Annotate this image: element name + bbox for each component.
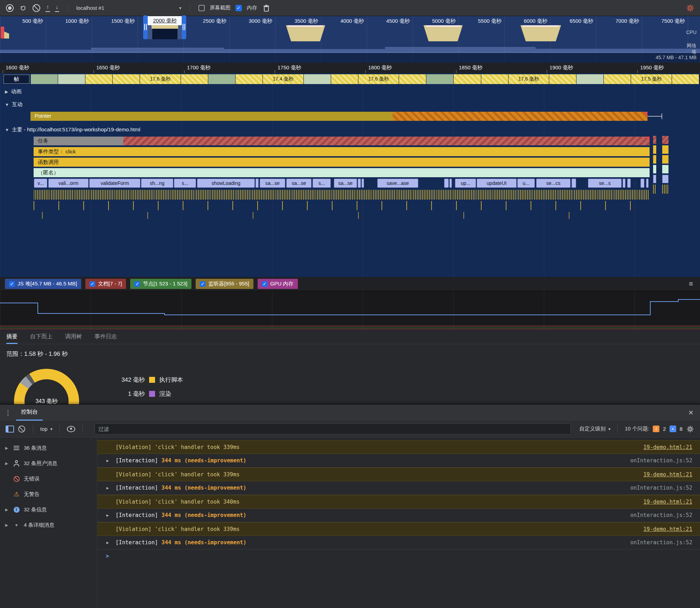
more-tools-icon[interactable]: ⋮ bbox=[0, 405, 16, 421]
js-frame-block[interactable]: vali...orm bbox=[48, 179, 89, 188]
console-filter-input[interactable] bbox=[94, 423, 571, 435]
chevron-right-icon[interactable]: ▶ bbox=[4, 461, 9, 466]
console-sidebar-item[interactable]: ▶32 条用户消息 bbox=[0, 456, 97, 471]
chevron-right-icon[interactable]: ▶ bbox=[4, 523, 9, 527]
frame-segment[interactable] bbox=[181, 74, 208, 84]
log-levels-select[interactable]: 自定义级别 ▾ bbox=[579, 426, 610, 432]
function-call-bar[interactable]: 函数调用 bbox=[34, 158, 650, 167]
js-frame-block[interactable]: se...s bbox=[588, 179, 622, 188]
memory-series-checkbox[interactable]: ✓ bbox=[262, 281, 267, 287]
memory-checkbox[interactable]: ✓ bbox=[236, 5, 242, 11]
selection-right-handle[interactable] bbox=[182, 15, 186, 39]
recording-target-select[interactable]: localhost #1 ▾ bbox=[76, 5, 181, 11]
memory-series-checkbox[interactable]: ✓ bbox=[90, 281, 95, 287]
js-frame-block[interactable]: sh...ng bbox=[141, 179, 173, 188]
frame-segment[interactable] bbox=[604, 74, 631, 84]
js-frame-block[interactable]: v... bbox=[34, 179, 47, 188]
tab-console[interactable]: 控制台 bbox=[16, 405, 43, 421]
js-frame-block[interactable] bbox=[627, 179, 631, 188]
source-link[interactable]: 19-demo.html:21 bbox=[643, 471, 692, 478]
js-frame-block[interactable] bbox=[640, 179, 644, 188]
task-bar[interactable]: 任务 bbox=[34, 137, 123, 145]
js-frame-block[interactable] bbox=[362, 179, 364, 188]
timeline-overview[interactable]: 500 毫秒1000 毫秒1500 毫秒2000 毫秒2500 毫秒3000 毫… bbox=[0, 16, 700, 63]
source-link[interactable]: 19-demo.html:21 bbox=[643, 499, 692, 505]
frame-segment[interactable] bbox=[304, 74, 331, 84]
memory-series-checkbox[interactable]: ✓ bbox=[134, 281, 140, 287]
memory-series-checkbox[interactable]: ✓ bbox=[200, 281, 205, 287]
source-link[interactable]: onInteraction.js:52 bbox=[630, 539, 692, 546]
frame-segment-labeled[interactable]: 17.6 毫秒 bbox=[358, 74, 399, 84]
frame-segment-labeled[interactable]: 17.6 毫秒 bbox=[140, 74, 181, 84]
tab-event-log[interactable]: 事件日志 bbox=[94, 330, 117, 344]
clear-console-button[interactable] bbox=[18, 425, 26, 433]
animations-track-header[interactable]: ▶ 动画 bbox=[5, 88, 21, 95]
reload-and-record-button[interactable] bbox=[19, 4, 27, 12]
js-frame-block[interactable]: sa...se bbox=[286, 179, 312, 188]
console-sidebar-item[interactable]: ⚠无警告 bbox=[0, 486, 97, 502]
interactions-track-header[interactable]: ▼ 互动 bbox=[5, 101, 22, 108]
memory-counter-chart[interactable] bbox=[0, 291, 700, 331]
js-frame-block[interactable]: se...cs bbox=[536, 179, 570, 188]
memory-legend-chip[interactable]: ✓GPU 内存 bbox=[258, 279, 298, 289]
chevron-right-icon[interactable]: ▶ bbox=[106, 540, 115, 545]
source-link[interactable]: 19-demo.html:21 bbox=[643, 444, 692, 450]
frames-track[interactable]: 17.6 毫秒17.4 毫秒17.6 毫秒17.6 毫秒17.5 毫秒 bbox=[31, 74, 699, 84]
clear-recording-button[interactable] bbox=[32, 4, 41, 12]
screenshots-checkbox-label[interactable]: 屏幕截图 bbox=[210, 5, 231, 11]
console-sidebar-item[interactable]: ▶36 条消息 bbox=[0, 440, 97, 456]
console-sidebar-item[interactable]: 无错误 bbox=[0, 471, 97, 486]
frame-segment[interactable] bbox=[454, 74, 481, 84]
js-frame-block[interactable] bbox=[572, 179, 576, 188]
frame-segment[interactable] bbox=[672, 74, 699, 84]
js-frame-block[interactable]: sa...se bbox=[260, 179, 285, 188]
js-frame-block[interactable]: updateUI bbox=[477, 179, 517, 188]
js-frame-block[interactable]: showLoading bbox=[197, 179, 255, 188]
js-frame-block[interactable]: save...ase bbox=[377, 179, 418, 188]
console-sidebar-item[interactable]: ▶i32 条信息 bbox=[0, 502, 97, 517]
frame-segment[interactable] bbox=[549, 74, 576, 84]
js-frame-block[interactable]: s... bbox=[174, 179, 196, 188]
frame-segment[interactable] bbox=[331, 74, 358, 84]
issues-error-icon[interactable]: ! bbox=[653, 426, 659, 432]
save-profile-button[interactable]: ↓ bbox=[55, 4, 59, 12]
js-frame-block[interactable]: up... bbox=[455, 179, 476, 188]
console-sidebar-toggle[interactable] bbox=[6, 425, 14, 433]
execution-context-select[interactable]: top ▾ bbox=[40, 426, 52, 432]
memory-legend-chip[interactable]: ✓文档[7 - 7] bbox=[85, 279, 126, 289]
console-prompt[interactable]: > bbox=[97, 550, 700, 562]
long-task-bar[interactable] bbox=[123, 137, 650, 145]
frame-segment[interactable] bbox=[58, 74, 85, 84]
close-icon[interactable]: × bbox=[682, 405, 700, 421]
load-profile-button[interactable]: ↑ bbox=[46, 4, 50, 12]
chevron-right-icon[interactable]: ▶ bbox=[106, 458, 115, 463]
anonymous-bar[interactable]: （匿名） bbox=[34, 168, 650, 177]
memory-legend-chip[interactable]: ✓JS 堆[45.7 MB - 46.5 MB] bbox=[5, 279, 81, 289]
collect-garbage-button[interactable] bbox=[262, 4, 271, 12]
issues-message-icon[interactable]: ▪ bbox=[670, 426, 676, 432]
source-link[interactable]: onInteraction.js:52 bbox=[630, 457, 692, 464]
frame-segment-labeled[interactable]: 17.5 毫秒 bbox=[631, 74, 672, 84]
frame-segment[interactable] bbox=[426, 74, 454, 84]
frame-segment[interactable] bbox=[481, 74, 509, 84]
frame-segment[interactable] bbox=[85, 74, 113, 84]
memory-legend-chip[interactable]: ✓监听器[955 - 955] bbox=[196, 279, 253, 289]
js-frame-block[interactable]: sa...se bbox=[334, 179, 357, 188]
screenshots-checkbox[interactable] bbox=[198, 5, 205, 11]
record-button[interactable] bbox=[6, 4, 14, 12]
frame-segment[interactable] bbox=[399, 74, 426, 84]
js-frame-block[interactable] bbox=[623, 179, 625, 188]
main-thread-track-header[interactable]: ▼ 主要 - http://localhost:5173/inp-worksho… bbox=[5, 126, 140, 133]
js-frame-block[interactable] bbox=[646, 179, 649, 188]
chevron-right-icon[interactable]: ▶ bbox=[4, 446, 9, 450]
frame-segment-labeled[interactable]: 17.4 毫秒 bbox=[263, 74, 304, 84]
frame-segment[interactable] bbox=[576, 74, 604, 84]
event-click-bar[interactable]: 事件类型： click bbox=[34, 147, 650, 156]
console-settings-button[interactable] bbox=[686, 425, 694, 433]
memory-series-checkbox[interactable]: ✓ bbox=[9, 281, 15, 287]
tab-call-tree[interactable]: 调用树 bbox=[65, 330, 82, 344]
js-frame-block[interactable] bbox=[255, 179, 259, 188]
frame-segment-labeled[interactable]: 17.6 毫秒 bbox=[509, 74, 550, 84]
chevron-right-icon[interactable]: ▶ bbox=[106, 486, 115, 490]
js-frame-block[interactable]: u... bbox=[517, 179, 535, 188]
